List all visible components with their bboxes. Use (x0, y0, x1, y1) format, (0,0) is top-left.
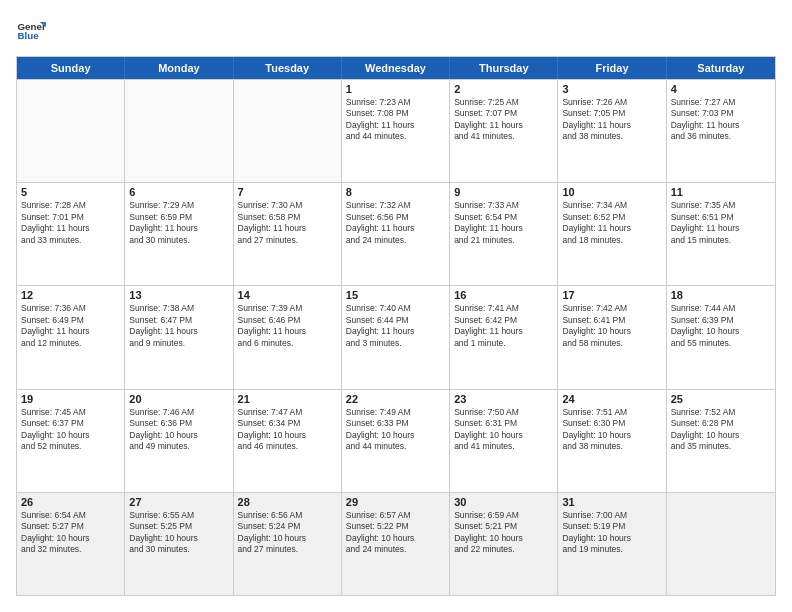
day-info: Sunrise: 6:56 AM Sunset: 5:24 PM Dayligh… (238, 510, 337, 556)
day-number: 9 (454, 186, 553, 198)
day-info: Sunrise: 7:27 AM Sunset: 7:03 PM Dayligh… (671, 97, 771, 143)
day-number: 19 (21, 393, 120, 405)
day-number: 23 (454, 393, 553, 405)
day-number: 2 (454, 83, 553, 95)
calendar-row: 26Sunrise: 6:54 AM Sunset: 5:27 PM Dayli… (17, 492, 775, 595)
calendar-cell: 9Sunrise: 7:33 AM Sunset: 6:54 PM Daylig… (450, 183, 558, 285)
calendar-cell: 28Sunrise: 6:56 AM Sunset: 5:24 PM Dayli… (234, 493, 342, 595)
calendar-cell: 13Sunrise: 7:38 AM Sunset: 6:47 PM Dayli… (125, 286, 233, 388)
calendar-row: 1Sunrise: 7:23 AM Sunset: 7:08 PM Daylig… (17, 79, 775, 182)
day-number: 25 (671, 393, 771, 405)
day-number: 13 (129, 289, 228, 301)
day-number: 16 (454, 289, 553, 301)
calendar-cell: 21Sunrise: 7:47 AM Sunset: 6:34 PM Dayli… (234, 390, 342, 492)
day-info: Sunrise: 7:46 AM Sunset: 6:36 PM Dayligh… (129, 407, 228, 453)
day-info: Sunrise: 7:45 AM Sunset: 6:37 PM Dayligh… (21, 407, 120, 453)
day-number: 30 (454, 496, 553, 508)
day-info: Sunrise: 7:39 AM Sunset: 6:46 PM Dayligh… (238, 303, 337, 349)
day-info: Sunrise: 7:38 AM Sunset: 6:47 PM Dayligh… (129, 303, 228, 349)
day-info: Sunrise: 7:26 AM Sunset: 7:05 PM Dayligh… (562, 97, 661, 143)
day-number: 1 (346, 83, 445, 95)
day-info: Sunrise: 7:49 AM Sunset: 6:33 PM Dayligh… (346, 407, 445, 453)
calendar-cell: 11Sunrise: 7:35 AM Sunset: 6:51 PM Dayli… (667, 183, 775, 285)
calendar-cell: 15Sunrise: 7:40 AM Sunset: 6:44 PM Dayli… (342, 286, 450, 388)
day-number: 26 (21, 496, 120, 508)
day-info: Sunrise: 7:47 AM Sunset: 6:34 PM Dayligh… (238, 407, 337, 453)
day-info: Sunrise: 7:23 AM Sunset: 7:08 PM Dayligh… (346, 97, 445, 143)
calendar-cell: 19Sunrise: 7:45 AM Sunset: 6:37 PM Dayli… (17, 390, 125, 492)
day-number: 11 (671, 186, 771, 198)
day-number: 7 (238, 186, 337, 198)
calendar-cell: 5Sunrise: 7:28 AM Sunset: 7:01 PM Daylig… (17, 183, 125, 285)
calendar-cell (17, 80, 125, 182)
day-info: Sunrise: 7:33 AM Sunset: 6:54 PM Dayligh… (454, 200, 553, 246)
header-cell-tuesday: Tuesday (234, 57, 342, 79)
calendar-cell: 2Sunrise: 7:25 AM Sunset: 7:07 PM Daylig… (450, 80, 558, 182)
calendar-cell: 25Sunrise: 7:52 AM Sunset: 6:28 PM Dayli… (667, 390, 775, 492)
day-number: 22 (346, 393, 445, 405)
header-cell-wednesday: Wednesday (342, 57, 450, 79)
day-number: 6 (129, 186, 228, 198)
calendar-row: 12Sunrise: 7:36 AM Sunset: 6:49 PM Dayli… (17, 285, 775, 388)
calendar-cell (125, 80, 233, 182)
header-cell-sunday: Sunday (17, 57, 125, 79)
day-info: Sunrise: 7:44 AM Sunset: 6:39 PM Dayligh… (671, 303, 771, 349)
calendar: SundayMondayTuesdayWednesdayThursdayFrid… (16, 56, 776, 596)
day-number: 20 (129, 393, 228, 405)
day-info: Sunrise: 7:32 AM Sunset: 6:56 PM Dayligh… (346, 200, 445, 246)
calendar-row: 5Sunrise: 7:28 AM Sunset: 7:01 PM Daylig… (17, 182, 775, 285)
calendar-header: SundayMondayTuesdayWednesdayThursdayFrid… (17, 57, 775, 79)
day-info: Sunrise: 7:29 AM Sunset: 6:59 PM Dayligh… (129, 200, 228, 246)
day-info: Sunrise: 6:55 AM Sunset: 5:25 PM Dayligh… (129, 510, 228, 556)
calendar-row: 19Sunrise: 7:45 AM Sunset: 6:37 PM Dayli… (17, 389, 775, 492)
day-info: Sunrise: 6:59 AM Sunset: 5:21 PM Dayligh… (454, 510, 553, 556)
calendar-cell: 3Sunrise: 7:26 AM Sunset: 7:05 PM Daylig… (558, 80, 666, 182)
day-number: 27 (129, 496, 228, 508)
day-info: Sunrise: 7:34 AM Sunset: 6:52 PM Dayligh… (562, 200, 661, 246)
day-info: Sunrise: 7:40 AM Sunset: 6:44 PM Dayligh… (346, 303, 445, 349)
day-info: Sunrise: 7:51 AM Sunset: 6:30 PM Dayligh… (562, 407, 661, 453)
day-number: 28 (238, 496, 337, 508)
day-number: 31 (562, 496, 661, 508)
day-info: Sunrise: 7:25 AM Sunset: 7:07 PM Dayligh… (454, 97, 553, 143)
day-number: 18 (671, 289, 771, 301)
calendar-cell: 10Sunrise: 7:34 AM Sunset: 6:52 PM Dayli… (558, 183, 666, 285)
calendar-cell: 22Sunrise: 7:49 AM Sunset: 6:33 PM Dayli… (342, 390, 450, 492)
calendar-cell: 17Sunrise: 7:42 AM Sunset: 6:41 PM Dayli… (558, 286, 666, 388)
day-info: Sunrise: 7:42 AM Sunset: 6:41 PM Dayligh… (562, 303, 661, 349)
calendar-cell: 24Sunrise: 7:51 AM Sunset: 6:30 PM Dayli… (558, 390, 666, 492)
header-cell-friday: Friday (558, 57, 666, 79)
day-info: Sunrise: 7:41 AM Sunset: 6:42 PM Dayligh… (454, 303, 553, 349)
day-number: 29 (346, 496, 445, 508)
calendar-cell: 6Sunrise: 7:29 AM Sunset: 6:59 PM Daylig… (125, 183, 233, 285)
day-number: 5 (21, 186, 120, 198)
day-info: Sunrise: 6:54 AM Sunset: 5:27 PM Dayligh… (21, 510, 120, 556)
calendar-cell (234, 80, 342, 182)
day-info: Sunrise: 7:50 AM Sunset: 6:31 PM Dayligh… (454, 407, 553, 453)
day-number: 10 (562, 186, 661, 198)
logo: General Blue (16, 16, 46, 46)
calendar-cell: 14Sunrise: 7:39 AM Sunset: 6:46 PM Dayli… (234, 286, 342, 388)
calendar-cell: 1Sunrise: 7:23 AM Sunset: 7:08 PM Daylig… (342, 80, 450, 182)
svg-text:Blue: Blue (18, 30, 40, 41)
calendar-cell: 30Sunrise: 6:59 AM Sunset: 5:21 PM Dayli… (450, 493, 558, 595)
calendar-cell: 16Sunrise: 7:41 AM Sunset: 6:42 PM Dayli… (450, 286, 558, 388)
calendar-cell: 20Sunrise: 7:46 AM Sunset: 6:36 PM Dayli… (125, 390, 233, 492)
header-cell-saturday: Saturday (667, 57, 775, 79)
day-number: 17 (562, 289, 661, 301)
day-number: 24 (562, 393, 661, 405)
calendar-cell: 12Sunrise: 7:36 AM Sunset: 6:49 PM Dayli… (17, 286, 125, 388)
day-info: Sunrise: 7:28 AM Sunset: 7:01 PM Dayligh… (21, 200, 120, 246)
day-number: 8 (346, 186, 445, 198)
day-number: 3 (562, 83, 661, 95)
calendar-cell: 27Sunrise: 6:55 AM Sunset: 5:25 PM Dayli… (125, 493, 233, 595)
calendar-cell: 23Sunrise: 7:50 AM Sunset: 6:31 PM Dayli… (450, 390, 558, 492)
day-number: 14 (238, 289, 337, 301)
logo-icon: General Blue (16, 16, 46, 46)
calendar-cell: 26Sunrise: 6:54 AM Sunset: 5:27 PM Dayli… (17, 493, 125, 595)
day-info: Sunrise: 7:00 AM Sunset: 5:19 PM Dayligh… (562, 510, 661, 556)
calendar-cell: 8Sunrise: 7:32 AM Sunset: 6:56 PM Daylig… (342, 183, 450, 285)
day-number: 12 (21, 289, 120, 301)
calendar-cell: 29Sunrise: 6:57 AM Sunset: 5:22 PM Dayli… (342, 493, 450, 595)
page-header: General Blue (16, 16, 776, 46)
